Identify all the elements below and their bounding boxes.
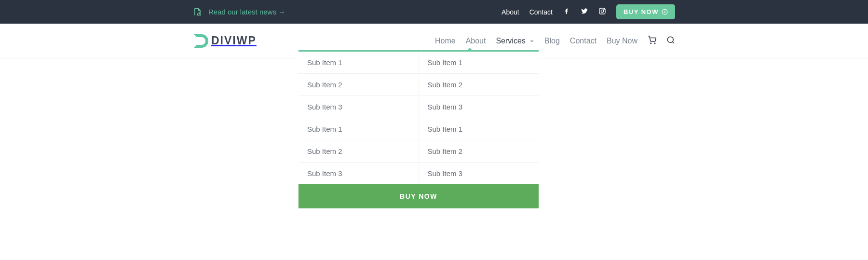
topbar-right: About Contact BUY NOW xyxy=(502,4,675,19)
topbar: Read our latest news → About Contact BUY… xyxy=(0,0,868,24)
svg-point-5 xyxy=(654,43,655,44)
svg-point-1 xyxy=(601,10,603,12)
topbar-link-contact[interactable]: Contact xyxy=(529,8,553,16)
mega-col-1: Sub Item 1 Sub Item 2 Sub Item 3 Sub Ite… xyxy=(298,52,419,58)
topbar-link-about[interactable]: About xyxy=(502,8,519,16)
logo[interactable]: DIVIWP xyxy=(193,32,257,50)
nav-blog[interactable]: Blog xyxy=(544,37,560,45)
instagram-icon[interactable] xyxy=(598,7,606,17)
mega-item[interactable]: Sub Item 1 xyxy=(298,52,419,58)
news-label: Read our latest news → xyxy=(208,8,285,16)
logo-icon xyxy=(193,32,210,50)
main-nav: Home About Services Blog Contact Buy Now xyxy=(435,36,675,46)
svg-point-2 xyxy=(604,9,604,9)
nav-services-label: Services xyxy=(496,37,525,45)
search-icon[interactable] xyxy=(666,36,675,46)
svg-point-4 xyxy=(651,43,651,44)
buy-now-button[interactable]: BUY NOW xyxy=(616,4,675,19)
svg-point-3 xyxy=(662,9,667,14)
buy-now-label: BUY NOW xyxy=(624,8,659,15)
nav-home[interactable]: Home xyxy=(435,37,456,45)
mega-columns: Sub Item 1 Sub Item 2 Sub Item 3 Sub Ite… xyxy=(298,52,539,58)
mega-menu: Sub Item 1 Sub Item 2 Sub Item 3 Sub Ite… xyxy=(298,50,539,58)
nav-buy-now[interactable]: Buy Now xyxy=(607,37,637,45)
nav-about[interactable]: About xyxy=(466,37,486,45)
arrow-circle-icon xyxy=(662,9,668,15)
document-search-icon xyxy=(193,7,202,16)
mega-col-2: Sub Item 1 Sub Item 2 Sub Item 3 Sub Ite… xyxy=(419,52,539,58)
mega-item[interactable]: Sub Item 1 xyxy=(419,52,539,58)
topbar-inner: Read our latest news → About Contact BUY… xyxy=(193,0,675,24)
nav-contact[interactable]: Contact xyxy=(570,37,597,45)
cart-icon[interactable] xyxy=(648,36,656,46)
facebook-icon[interactable] xyxy=(563,7,570,17)
nav-services[interactable]: Services xyxy=(496,37,534,45)
news-link[interactable]: Read our latest news → xyxy=(193,7,285,16)
logo-text: DIVIWP xyxy=(211,34,257,47)
chevron-down-icon xyxy=(529,39,534,43)
twitter-icon[interactable] xyxy=(581,7,588,17)
svg-point-6 xyxy=(667,37,673,42)
